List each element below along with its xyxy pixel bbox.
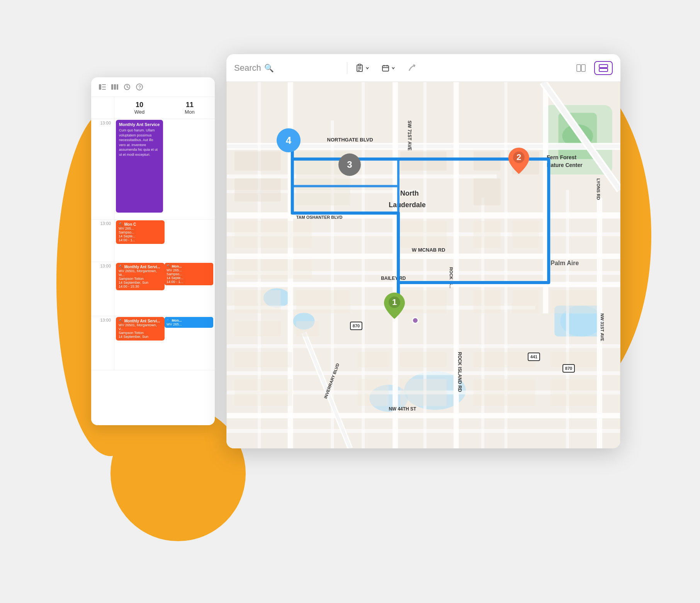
- event-mon-blue[interactable]: 🔷 Mon... WV 265...: [165, 317, 213, 328]
- svg-rect-42: [543, 82, 548, 313]
- svg-text:1: 1: [392, 297, 397, 307]
- svg-rect-21: [599, 65, 608, 68]
- svg-text:NORTHGATE BLVD: NORTHGATE BLVD: [327, 137, 373, 143]
- slot-content-1: Monthly Ant Service Cum quo harum. Ullam…: [114, 119, 165, 219]
- svg-text:Palm Aire: Palm Aire: [550, 260, 579, 266]
- svg-rect-15: [382, 66, 389, 71]
- route-btn[interactable]: [404, 61, 420, 75]
- svg-rect-80: [234, 352, 292, 368]
- svg-rect-63: [400, 152, 447, 171]
- shield-441: 441: [528, 353, 540, 361]
- svg-rect-44: [227, 174, 497, 178]
- svg-rect-6: [117, 84, 118, 90]
- svg-text:BAILEY RD: BAILEY RD: [381, 276, 406, 281]
- svg-text:SW 71ST AVE: SW 71ST AVE: [407, 121, 412, 151]
- day-mon: 11 Mon: [165, 97, 215, 119]
- svg-text:Fern Forest: Fern Forest: [547, 154, 576, 160]
- svg-rect-11: [358, 64, 361, 66]
- svg-rect-76: [512, 290, 539, 313]
- event-mon-mini1[interactable]: 🔨 Mon... WV 265... Sampso... 14 Septe...…: [165, 263, 213, 285]
- slot-content-1b: [165, 119, 215, 219]
- svg-rect-1: [102, 84, 106, 85]
- svg-rect-81: [358, 352, 389, 368]
- svg-rect-22: [599, 68, 608, 72]
- marker-2[interactable]: 2: [508, 148, 529, 175]
- marker-1[interactable]: 1: [384, 293, 405, 320]
- svg-rect-64: [474, 152, 501, 171]
- time-label-1300d: 13:00: [91, 316, 114, 370]
- shield-870-left: 870: [350, 322, 362, 330]
- svg-rect-4: [111, 84, 113, 90]
- svg-text:North: North: [400, 189, 419, 197]
- svg-rect-0: [99, 84, 101, 90]
- svg-rect-19: [577, 65, 581, 72]
- svg-rect-2: [102, 87, 106, 87]
- sync-icon[interactable]: [123, 83, 131, 91]
- help-icon[interactable]: ?: [135, 83, 144, 91]
- search-box[interactable]: Search 🔍: [234, 63, 342, 73]
- svg-rect-5: [114, 84, 116, 90]
- svg-text:TAM OSHANTER BLVD: TAM OSHANTER BLVD: [296, 215, 343, 220]
- search-placeholder: Search: [234, 63, 261, 73]
- day-wed: 10 Wed: [114, 97, 165, 119]
- shield-870-right: 870: [562, 364, 575, 373]
- svg-rect-72: [234, 290, 281, 313]
- toolbar-sep-1: [347, 62, 347, 74]
- svg-rect-74: [400, 290, 447, 313]
- search-icon[interactable]: 🔍: [264, 63, 274, 73]
- blob-bottom: [110, 406, 246, 541]
- svg-text:4: 4: [286, 135, 292, 146]
- marker-4[interactable]: 4: [277, 128, 301, 154]
- day-num-11: 11: [168, 101, 212, 109]
- time-slot-2: 13:00 🔨 Mon C WV 265... Sampso... 14 Sep…: [91, 220, 215, 262]
- svg-text:NW 44TH ST: NW 44TH ST: [389, 406, 416, 412]
- time-slot-3: 13:00 🔨 Monthly Ant Servi... WV 26501, M…: [91, 262, 215, 316]
- svg-rect-61: [234, 178, 281, 201]
- calendar-btn[interactable]: [378, 62, 399, 74]
- sidebar-toggle-icon[interactable]: [98, 83, 107, 91]
- event-monthly-ant-orange1[interactable]: 🔨 Monthly Ant Servi... WV 26501, Morgant…: [116, 263, 165, 290]
- day-label-wed: Wed: [117, 109, 161, 115]
- svg-text:Lauderdale: Lauderdale: [389, 201, 426, 209]
- time-slot-1: 13:00 Monthly Ant Service Cum quo harum.…: [91, 119, 215, 220]
- svg-rect-88: [474, 379, 535, 406]
- layout-btn[interactable]: [594, 61, 613, 75]
- svg-rect-71: [512, 221, 539, 248]
- clipboard-btn[interactable]: [352, 61, 373, 75]
- svg-rect-89: [550, 379, 597, 406]
- svg-rect-73: [296, 290, 350, 313]
- event-monthly-ant-purple[interactable]: Monthly Ant Service Cum quo harum. Ullam…: [116, 120, 163, 213]
- svg-rect-77: [550, 290, 597, 313]
- event-mon-c[interactable]: 🔨 Mon C WV 265... Sampso... 14 Septe... …: [116, 220, 165, 244]
- calendar-panel: ? 10 Wed 11 Mon 13:00 Monthly: [91, 77, 215, 425]
- svg-rect-59: [566, 190, 569, 448]
- svg-text:?: ?: [138, 85, 141, 90]
- svg-rect-69: [400, 221, 447, 248]
- calendar-header: 10 Wed 11 Mon: [91, 97, 215, 119]
- day-num-10: 10: [117, 101, 161, 109]
- event-title-purple: Monthly Ant Service: [119, 122, 160, 127]
- chevron-down-icon-2: [391, 66, 395, 70]
- event-desc-purple: Cum quo harum. Ullam voluptatem possimus…: [119, 128, 160, 157]
- calendar-toolbar: ?: [91, 77, 215, 97]
- calendar-body: 13:00 Monthly Ant Service Cum quo harum.…: [91, 119, 215, 370]
- svg-rect-60: [234, 152, 281, 171]
- svg-rect-82: [400, 352, 447, 368]
- time-slot-4: 13:00 🔨 Monthly Ant Servi... WV 26501, M…: [91, 316, 215, 370]
- time-label-1300c: 13:00: [91, 262, 114, 316]
- svg-text:Nature Center: Nature Center: [547, 162, 583, 168]
- columns-icon[interactable]: [110, 83, 119, 91]
- svg-text:LYONS RD: LYONS RD: [596, 178, 601, 200]
- time-label-1300b: 13:00: [91, 220, 114, 262]
- svg-rect-75: [474, 290, 501, 313]
- map-toolbar: Search 🔍: [226, 54, 620, 82]
- svg-text:ROCK IS...: ROCK IS...: [449, 267, 454, 288]
- marker-3[interactable]: 3: [338, 153, 361, 177]
- svg-text:W MCNAB RD: W MCNAB RD: [412, 247, 445, 253]
- svg-text:2: 2: [517, 152, 521, 162]
- split-view-btn[interactable]: [573, 62, 590, 74]
- svg-rect-86: [358, 379, 389, 406]
- event-monthly-ant-orange2[interactable]: 🔨 Monthly Ant Servi... WV 26501, Morgant…: [116, 317, 165, 341]
- svg-rect-85: [234, 379, 292, 406]
- day-label-mon: Mon: [168, 109, 212, 115]
